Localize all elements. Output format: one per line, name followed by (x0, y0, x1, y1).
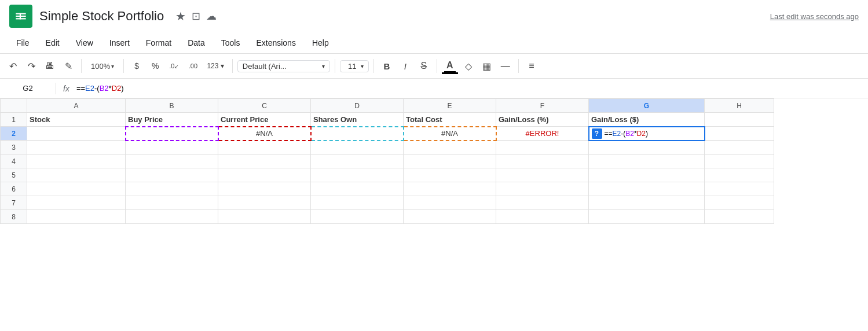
fill-color-button[interactable]: ◇ (460, 58, 477, 74)
cell-d6[interactable] (311, 182, 404, 196)
italic-button[interactable]: I (397, 58, 413, 74)
cell-e6[interactable] (404, 182, 496, 196)
cell-b8[interactable] (126, 210, 218, 224)
menu-data[interactable]: Data (181, 36, 212, 50)
cell-d5[interactable] (311, 168, 404, 182)
cell-b1[interactable]: Buy Price (126, 113, 218, 127)
borders-button[interactable]: ▦ (479, 58, 495, 74)
star-icon[interactable]: ★ (175, 9, 186, 23)
cell-e1[interactable]: Total Cost (404, 113, 496, 127)
cell-g6[interactable] (589, 182, 705, 196)
cell-a8[interactable] (27, 210, 126, 224)
col-header-g[interactable]: G (589, 99, 705, 113)
menu-insert[interactable]: Insert (102, 36, 137, 50)
row-num-8[interactable]: 8 (1, 210, 27, 224)
row-num-5[interactable]: 5 (1, 168, 27, 182)
cell-d2[interactable] (311, 127, 404, 141)
col-header-e[interactable]: E (404, 99, 496, 113)
menu-file[interactable]: File (9, 36, 36, 50)
cell-a2[interactable] (27, 127, 126, 141)
cell-c2[interactable]: #N/A (218, 127, 311, 141)
cell-b6[interactable] (126, 182, 218, 196)
menu-help[interactable]: Help (305, 36, 336, 50)
cell-g3[interactable] (589, 141, 705, 155)
cell-c1[interactable]: Current Price (218, 113, 311, 127)
cell-d7[interactable] (311, 196, 404, 210)
menu-extensions[interactable]: Extensions (249, 36, 302, 50)
cell-c3[interactable] (218, 141, 311, 155)
decimal-increase-button[interactable]: .00 (185, 58, 201, 74)
col-header-c[interactable]: C (218, 99, 311, 113)
cell-g4[interactable] (589, 155, 705, 168)
col-header-b[interactable]: B (126, 99, 218, 113)
cell-g7[interactable] (589, 196, 705, 210)
cell-a4[interactable] (27, 155, 126, 168)
row-num-1[interactable]: 1 (1, 113, 27, 127)
bold-button[interactable]: B (379, 58, 395, 74)
cell-h2[interactable] (705, 127, 774, 141)
print-button[interactable]: 🖶 (42, 58, 58, 74)
cell-a3[interactable] (27, 141, 126, 155)
col-header-h[interactable]: H (705, 99, 774, 113)
cell-h4[interactable] (705, 155, 774, 168)
menu-format[interactable]: Format (139, 36, 178, 50)
cell-c7[interactable] (218, 196, 311, 210)
drive-icon[interactable]: ⊡ (192, 10, 200, 23)
zoom-selector[interactable]: 100% ▾ (86, 61, 119, 72)
spreadsheet-container[interactable]: A B C D E F G H 1 Stock Buy Price Curren… (0, 98, 868, 331)
cell-e7[interactable] (404, 196, 496, 210)
font-size-selector[interactable]: 11 ▾ (340, 60, 369, 72)
align-button[interactable]: ≡ (523, 58, 540, 74)
cell-f3[interactable] (496, 141, 589, 155)
col-header-f[interactable]: F (496, 99, 589, 113)
cell-g2[interactable]: ?==E2-(B2*D2) (589, 127, 705, 141)
cell-f6[interactable] (496, 182, 589, 196)
row-num-2[interactable]: 2 (1, 127, 27, 141)
cell-a5[interactable] (27, 168, 126, 182)
col-header-d[interactable]: D (311, 99, 404, 113)
cell-b7[interactable] (126, 196, 218, 210)
cell-f7[interactable] (496, 196, 589, 210)
cell-d3[interactable] (311, 141, 404, 155)
col-header-a[interactable]: A (27, 99, 126, 113)
strikethrough-button[interactable]: S (416, 58, 432, 74)
cell-h1[interactable] (705, 113, 774, 127)
text-color-button[interactable]: A (442, 58, 458, 74)
cell-d8[interactable] (311, 210, 404, 224)
undo-button[interactable]: ↶ (5, 58, 21, 74)
font-selector[interactable]: Default (Ari... ▾ (237, 60, 330, 72)
cell-f4[interactable] (496, 155, 589, 168)
decimal-decrease-button[interactable]: .0↙ (166, 58, 182, 74)
cell-b4[interactable] (126, 155, 218, 168)
cell-h5[interactable] (705, 168, 774, 182)
cell-e8[interactable] (404, 210, 496, 224)
row-num-6[interactable]: 6 (1, 182, 27, 196)
cell-e2[interactable]: #N/A (404, 127, 496, 141)
cell-e3[interactable] (404, 141, 496, 155)
cell-f8[interactable] (496, 210, 589, 224)
row-num-4[interactable]: 4 (1, 155, 27, 168)
cell-h7[interactable] (705, 196, 774, 210)
cell-c8[interactable] (218, 210, 311, 224)
cell-b3[interactable] (126, 141, 218, 155)
cell-reference-box[interactable]: G2 (5, 84, 51, 93)
menu-edit[interactable]: Edit (39, 36, 67, 50)
merge-cells-button[interactable]: ― (497, 58, 514, 74)
cell-e4[interactable] (404, 155, 496, 168)
cell-a6[interactable] (27, 182, 126, 196)
formula-input[interactable]: ==E2-(B2*D2) (76, 84, 863, 93)
cell-f1[interactable]: Gain/Loss (%) (496, 113, 589, 127)
cell-a1[interactable]: Stock (27, 113, 126, 127)
cell-h8[interactable] (705, 210, 774, 224)
cell-b5[interactable] (126, 168, 218, 182)
cell-h6[interactable] (705, 182, 774, 196)
cell-g8[interactable] (589, 210, 705, 224)
menu-view[interactable]: View (69, 36, 100, 50)
cell-f2[interactable]: #ERROR! (496, 127, 589, 141)
cell-a7[interactable] (27, 196, 126, 210)
redo-button[interactable]: ↷ (23, 58, 39, 74)
menu-tools[interactable]: Tools (214, 36, 247, 50)
cell-c5[interactable] (218, 168, 311, 182)
cell-b2[interactable] (126, 127, 218, 141)
paint-format-button[interactable]: ✎ (60, 58, 76, 74)
